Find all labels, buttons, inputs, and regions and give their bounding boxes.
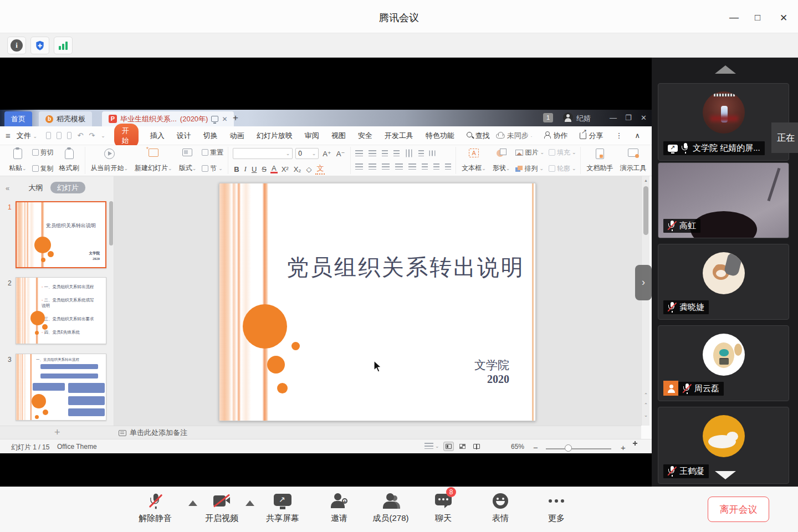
ribbon-tab-start[interactable]: 开始 <box>114 124 139 148</box>
undo-icon[interactable]: ↶ <box>77 131 83 140</box>
paste-button[interactable]: 粘贴⌄ <box>8 147 28 174</box>
file-menu[interactable]: 文件 ⌄ <box>17 131 37 141</box>
current-slide[interactable]: 党员组织关系转出说明 文学院 2020 <box>219 183 536 421</box>
prev-slide-icon[interactable]: ⌃ <box>642 392 650 398</box>
section-button[interactable]: 节⌄ <box>202 164 223 173</box>
outline-button[interactable]: 轮廓⌄ <box>549 164 576 173</box>
font-family-select[interactable]: ⌄ <box>233 148 293 159</box>
align-left-icon[interactable] <box>355 163 363 170</box>
ribbon-tab-security[interactable]: 安全 <box>358 131 372 141</box>
share-button[interactable]: 分享 <box>580 131 603 141</box>
close-icon[interactable]: ✕ <box>780 12 787 24</box>
notes-toggle-button[interactable]: ⌄ <box>424 443 439 449</box>
sync-status[interactable]: 未同步 · <box>496 131 533 141</box>
preview-icon[interactable] <box>67 132 72 139</box>
picture-button[interactable]: 图片⌄ <box>515 148 544 157</box>
ribbon-tab-design[interactable]: 设计 <box>177 131 191 141</box>
collab-button[interactable]: 协作 <box>544 131 567 141</box>
chat-button[interactable]: 8 聊天 <box>413 492 474 524</box>
new-slide-button[interactable]: 新建幻灯片⌄ <box>134 147 173 174</box>
save-icon[interactable] <box>46 132 51 139</box>
minimize-icon[interactable]: — <box>729 12 739 23</box>
zoom-in-icon[interactable]: + <box>621 443 626 452</box>
ribbon-tab-transition[interactable]: 切换 <box>203 131 218 141</box>
scroll-participants-up-icon[interactable] <box>715 65 736 74</box>
notes-placeholder[interactable]: 单击此处添加备注 <box>119 428 187 438</box>
para-spacing-icon[interactable] <box>433 163 439 170</box>
tab-close-icon[interactable]: ✕ <box>222 115 227 123</box>
font-size-select[interactable]: 0⌄ <box>295 148 319 159</box>
shrink-font-button[interactable]: A⁻ <box>335 150 346 158</box>
text-direction-icon[interactable] <box>406 150 412 157</box>
slide-thumbnail-2[interactable]: ◦一、党员组织关系转出流程 ◦二、党员组织关系系统填写 说明 ◦三、党员组织关系… <box>16 277 106 344</box>
view-normal-button[interactable] <box>443 442 454 451</box>
panel-scrollbar[interactable] <box>109 201 113 245</box>
increase-indent-icon[interactable] <box>393 150 400 156</box>
toolbar-dropdown-icon[interactable]: ⌄ <box>101 133 105 139</box>
clear-format-icon[interactable]: ◇ <box>305 165 313 173</box>
share-screen-button[interactable]: ↗ 共享屏幕 <box>252 492 313 524</box>
zoom-slider[interactable] <box>546 448 611 449</box>
security-button[interactable] <box>30 37 49 54</box>
sidebar-expand-handle[interactable]: › <box>635 265 652 300</box>
columns-icon[interactable] <box>418 150 424 156</box>
scroll-participants-down-icon[interactable] <box>715 471 736 479</box>
grow-font-button[interactable]: A⁺ <box>321 150 332 158</box>
arrange-button[interactable]: 排列⌄ <box>515 164 544 173</box>
italic-button[interactable]: I <box>243 165 248 173</box>
numbered-list-icon[interactable] <box>369 150 376 156</box>
tab-slides[interactable]: 幻灯片 <box>50 182 85 193</box>
collapse-ribbon-icon[interactable]: ∧ <box>635 131 640 140</box>
start-video-button[interactable]: 开启视频 <box>191 492 252 524</box>
layout-button[interactable]: 版式⌄ <box>178 147 198 174</box>
wps-minimize-icon[interactable]: — <box>610 114 617 122</box>
numbering-options-icon[interactable] <box>445 163 451 170</box>
view-sorter-button[interactable] <box>457 442 468 451</box>
distribute-icon[interactable] <box>408 163 416 170</box>
new-tab-icon[interactable]: + <box>233 112 238 124</box>
decrease-indent-icon[interactable] <box>382 150 388 156</box>
wps-restore-icon[interactable]: ❐ <box>625 114 632 122</box>
redo-icon[interactable]: ↷ <box>89 131 95 140</box>
print-icon[interactable] <box>57 132 62 139</box>
more-vertical-icon[interactable]: ⋮ <box>615 131 622 140</box>
ribbon-tab-review[interactable]: 审阅 <box>305 131 319 141</box>
zoom-out-icon[interactable]: − <box>533 443 538 452</box>
scrollbar-thumb[interactable] <box>643 186 648 235</box>
prev-slide-icon[interactable]: ⌃ <box>642 402 650 408</box>
add-slide-icon[interactable]: + <box>54 427 60 438</box>
maximize-icon[interactable]: □ <box>755 12 760 23</box>
doc-assistant-button[interactable]: 文档助手 <box>585 147 614 174</box>
format-painter-button[interactable]: 格式刷 <box>58 147 80 174</box>
leave-meeting-button[interactable]: 离开会议 <box>708 497 769 522</box>
superscript-button[interactable]: X² <box>280 165 290 173</box>
line-spacing-icon[interactable] <box>422 163 428 170</box>
bold-button[interactable]: B <box>233 165 240 173</box>
tab-outline[interactable]: 大纲 <box>28 183 43 192</box>
network-quality-button[interactable] <box>54 37 73 54</box>
hamburger-icon[interactable]: ≡ <box>6 131 11 140</box>
ribbon-tab-insert[interactable]: 插入 <box>150 131 165 141</box>
wps-tab-home[interactable]: 首页 <box>4 111 32 126</box>
ribbon-tab-features[interactable]: 特色功能 <box>426 131 454 141</box>
members-button[interactable]: 成员(278) <box>360 492 421 524</box>
shapes-button[interactable]: 形状⌄ <box>492 147 511 174</box>
align-text-icon[interactable] <box>429 151 436 156</box>
participant-tile-host[interactable]: 周云磊 <box>658 325 789 401</box>
present-tools-button[interactable]: 演示工具 <box>618 147 647 174</box>
justify-icon[interactable] <box>395 163 403 170</box>
wps-close-icon[interactable]: ✕ <box>641 114 647 122</box>
reset-button[interactable]: 重置 <box>202 148 223 157</box>
more-button[interactable]: 更多 <box>526 492 587 524</box>
ribbon-tab-view[interactable]: 视图 <box>331 131 346 141</box>
participant-tile-sharer[interactable]: 文学院 纪婧的屏... <box>658 83 789 161</box>
zoom-level[interactable]: 65% <box>511 443 524 451</box>
meeting-info-button[interactable]: i <box>7 37 26 54</box>
cut-button[interactable]: 剪切 <box>32 148 54 157</box>
unmute-button[interactable]: 解除静音 <box>125 492 186 524</box>
pinyin-guide-button[interactable]: 文 <box>315 163 325 175</box>
view-reading-button[interactable] <box>471 442 482 451</box>
copy-button[interactable]: 复制 <box>32 164 54 173</box>
subscript-button[interactable]: X₂ <box>293 165 303 173</box>
wps-tab-docer[interactable]: b 稻壳模板 <box>39 111 92 126</box>
